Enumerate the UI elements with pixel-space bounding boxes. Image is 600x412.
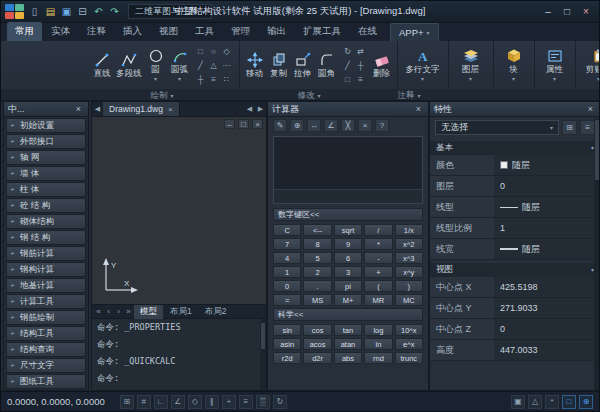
calc-key-mplus[interactable]: M+ bbox=[334, 294, 362, 306]
tab-view[interactable]: 视图 bbox=[151, 22, 186, 41]
mini-tool-icon[interactable]: □ bbox=[342, 73, 354, 86]
close-icon[interactable]: × bbox=[585, 104, 596, 114]
calc-key-rnd[interactable]: rnd bbox=[364, 352, 392, 364]
sidebar-item-dimension-text[interactable]: +尺寸文字 bbox=[6, 358, 86, 373]
sidebar-item-column[interactable]: +柱 体 bbox=[6, 182, 86, 197]
sidebar-item-masonry[interactable]: +砌体结构 bbox=[6, 214, 86, 229]
close-icon[interactable]: × bbox=[413, 104, 424, 114]
property-value[interactable]: 0 bbox=[494, 319, 600, 339]
mini-tool-icon[interactable]: □ bbox=[195, 45, 207, 58]
minimize-button[interactable]: – bbox=[539, 4, 557, 19]
doc-minimize-button[interactable]: – bbox=[224, 119, 235, 129]
mtext-button[interactable]: A 多行文字 ▾ bbox=[401, 47, 445, 82]
snap-toggle-icon[interactable]: ⊞ bbox=[120, 395, 134, 409]
calc-key-trunc[interactable]: trunc bbox=[395, 352, 423, 364]
property-row-height[interactable]: 高度 447.0033 bbox=[430, 340, 600, 361]
calc-key-power[interactable]: x^y bbox=[395, 266, 423, 278]
stretch-button[interactable]: 拉伸 bbox=[291, 51, 315, 79]
calc-key-d2r[interactable]: d2r bbox=[303, 352, 331, 364]
sidebar-item-calc-tools[interactable]: +计算工具 bbox=[6, 294, 86, 309]
calc-key-1[interactable]: 1 bbox=[273, 266, 301, 278]
property-value[interactable]: 447.0033 bbox=[494, 340, 600, 360]
intersection-icon[interactable]: ╳ bbox=[341, 119, 355, 132]
clear-icon[interactable]: × bbox=[358, 119, 372, 132]
calc-key-acos[interactable]: acos bbox=[303, 338, 331, 350]
sidebar-item-rebar-draw[interactable]: +钢筋绘制 bbox=[6, 310, 86, 325]
tab-insert[interactable]: 插入 bbox=[115, 22, 150, 41]
property-row-center-y[interactable]: 中心点 Y 271.9033 bbox=[430, 298, 600, 319]
close-icon[interactable]: × bbox=[73, 104, 84, 114]
move-button[interactable]: 移动 bbox=[243, 51, 267, 79]
calc-key-cube[interactable]: x^3 bbox=[395, 252, 423, 264]
get-coordinates-icon[interactable]: ⊕ bbox=[290, 119, 304, 132]
property-value[interactable]: 425.5198 bbox=[494, 277, 600, 297]
calc-key-plus[interactable]: + bbox=[364, 266, 392, 278]
calc-key-0[interactable]: 0 bbox=[273, 280, 301, 292]
calc-key-asin[interactable]: asin bbox=[273, 338, 301, 350]
copy-button[interactable]: 复制 bbox=[267, 51, 291, 79]
section-basic[interactable]: 基本 ▾ bbox=[430, 141, 600, 155]
numpad-section-header[interactable]: 数字键区<< bbox=[273, 208, 423, 221]
calc-key-tan[interactable]: tan bbox=[334, 324, 362, 336]
calc-key-clear[interactable]: C bbox=[273, 224, 301, 236]
sidebar-item-structure-query[interactable]: +结构查询 bbox=[6, 342, 86, 357]
maximize-button[interactable]: □ bbox=[558, 4, 576, 19]
redo-icon[interactable]: ↷ bbox=[108, 5, 121, 19]
dyn-input-toggle-icon[interactable]: + bbox=[222, 395, 236, 409]
property-row-linetype[interactable]: 线型 随层 bbox=[430, 197, 600, 218]
tab-scroll-left-icon[interactable]: ◀ bbox=[244, 105, 255, 113]
calc-key-divide[interactable]: / bbox=[364, 224, 392, 236]
tab-output[interactable]: 输出 bbox=[259, 22, 294, 41]
property-value[interactable]: 随层 bbox=[494, 239, 600, 259]
calc-key-open-paren[interactable]: ( bbox=[364, 280, 392, 292]
display-settings-icon[interactable]: * bbox=[545, 395, 559, 409]
calc-key-close-paren[interactable]: ) bbox=[395, 280, 423, 292]
calc-key-8[interactable]: 8 bbox=[303, 238, 331, 250]
property-row-linetype-scale[interactable]: 线型比例 1 bbox=[430, 218, 600, 239]
tab-layout1[interactable]: 布局1 bbox=[164, 305, 198, 319]
doc-close-button[interactable]: × bbox=[252, 119, 263, 129]
tab-solid[interactable]: 实体 bbox=[43, 22, 78, 41]
cycle-toggle-icon[interactable]: ↻ bbox=[273, 395, 287, 409]
new-file-icon[interactable]: ▯ bbox=[28, 5, 41, 19]
mini-tool-icon[interactable]: ⇄ bbox=[355, 45, 367, 58]
sidebar-item-steel-calc[interactable]: +钢构计算 bbox=[6, 262, 86, 277]
sidebar-item-external-interface[interactable]: +外部接口 bbox=[6, 134, 86, 149]
tab-scroll-right-icon[interactable]: ▶ bbox=[255, 105, 266, 113]
property-row-lineweight[interactable]: 线宽 随层 bbox=[430, 239, 600, 260]
mini-tool-icon[interactable]: ≡ bbox=[355, 73, 367, 86]
drawing-canvas[interactable]: – □ × Y X bbox=[91, 116, 267, 305]
calc-input-field[interactable] bbox=[274, 189, 422, 203]
transparency-toggle-icon[interactable]: ▒ bbox=[256, 395, 270, 409]
plot-icon[interactable]: ⊟ bbox=[76, 5, 89, 19]
command-prompt[interactable]: 命令: bbox=[97, 373, 256, 385]
calc-key-r2d[interactable]: r2d bbox=[273, 352, 301, 364]
calc-key-minus[interactable]: - bbox=[364, 252, 392, 264]
mini-tool-icon[interactable]: ≡ bbox=[208, 73, 220, 86]
property-row-color[interactable]: 颜色 随层 bbox=[430, 155, 600, 176]
sidebar-item-concrete[interactable]: +砼 结 构 bbox=[6, 198, 86, 213]
calc-key-5[interactable]: 5 bbox=[303, 252, 331, 264]
calc-key-sin[interactable]: sin bbox=[273, 324, 301, 336]
calc-key-decimal[interactable]: . bbox=[303, 280, 331, 292]
property-value[interactable]: 1 bbox=[494, 218, 600, 238]
undo-icon[interactable]: ↶ bbox=[92, 5, 105, 19]
mini-tool-icon[interactable]: ╱ bbox=[342, 59, 354, 72]
command-scrollbar[interactable] bbox=[260, 319, 266, 390]
angle-icon[interactable]: ∠ bbox=[324, 119, 338, 132]
polyline-button[interactable]: 多段线 bbox=[114, 51, 144, 79]
line-button[interactable]: 直线 bbox=[90, 51, 114, 79]
sidebar-item-foundation-calc[interactable]: +地基计算 bbox=[6, 278, 86, 293]
prev-layout-icon[interactable]: ‹ bbox=[104, 307, 113, 316]
distance-icon[interactable]: ↔ bbox=[307, 119, 321, 132]
calc-key-reciprocal[interactable]: 1/x bbox=[395, 224, 423, 236]
sidebar-item-grid[interactable]: +轴 网 bbox=[6, 150, 86, 165]
open-folder-icon[interactable]: ▤ bbox=[44, 5, 57, 19]
tab-app-plus[interactable]: APP+ ▾ bbox=[390, 23, 439, 41]
selection-dropdown[interactable]: 无选择 ▾ bbox=[435, 120, 559, 135]
last-layout-icon[interactable]: » bbox=[124, 307, 133, 316]
polar-toggle-icon[interactable]: ∠ bbox=[171, 395, 185, 409]
sidebar-item-drawing-tools[interactable]: +图纸工具 bbox=[6, 374, 86, 389]
property-value[interactable]: 随层 bbox=[494, 197, 600, 217]
mini-tool-icon[interactable]: ◇ bbox=[221, 45, 233, 58]
